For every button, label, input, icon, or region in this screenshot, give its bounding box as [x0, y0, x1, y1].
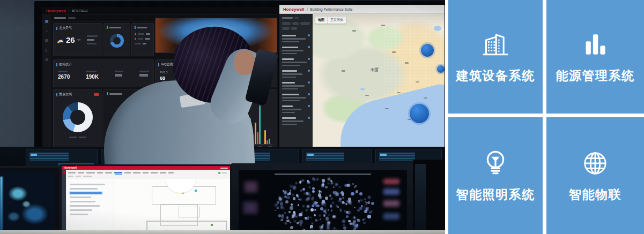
point-cloud-dot: [320, 218, 321, 220]
point-cloud-dot: [291, 203, 293, 206]
tile-smart-iot[interactable]: 智能物联: [546, 117, 644, 234]
point-cloud-dot: [309, 186, 310, 188]
point-cloud-dot: [324, 204, 326, 206]
site-count-badge: [308, 81, 310, 84]
card-title-skeleton: [132, 24, 153, 29]
desk-monitor-left: [0, 166, 61, 234]
tree-row-skeleton: [70, 188, 98, 190]
menu-icon: ▦: [45, 19, 49, 23]
panel-smudge: [383, 188, 399, 195]
map-cluster-marker: [410, 104, 429, 123]
screen-glow: [0, 177, 3, 230]
gear-icon: ⚙: [45, 58, 48, 62]
site-address-skeleton: [282, 109, 301, 110]
app-tab-skeleton: [124, 172, 131, 173]
tile-smart-lighting[interactable]: 智能照明系统: [448, 117, 543, 234]
cloud-icon: ☁: [57, 36, 64, 43]
site-address-skeleton: [282, 50, 304, 51]
point-cloud-dot: [339, 208, 342, 210]
point-cloud-dot: [354, 225, 358, 229]
point-cloud-dot: [360, 199, 362, 201]
site-address-skeleton: [282, 77, 296, 78]
site-title-row: [282, 34, 310, 36]
screen-sliver: [415, 164, 426, 234]
stat-skeleton: [87, 43, 97, 44]
point-cloud-dot: [331, 198, 333, 200]
site-title-row: [282, 93, 310, 95]
filter-chip: [300, 22, 310, 25]
point-cloud-dot: [325, 209, 327, 211]
point-cloud-dot: [343, 227, 346, 230]
title-tick: [56, 63, 57, 66]
tree-row-skeleton: [70, 209, 92, 211]
dashboard-header: Honeywell BPS RD10: [42, 7, 278, 15]
app-status: [218, 172, 227, 174]
city-label: [385, 108, 389, 110]
app-tree-panel: [67, 179, 114, 234]
filter-chip: [282, 22, 291, 25]
stat-skeleton: [87, 35, 98, 37]
weather-side-stats: [87, 35, 99, 44]
point-cloud-dot: [307, 205, 309, 208]
point-cloud-dot: [312, 187, 315, 190]
point-cloud-dot: [314, 209, 316, 211]
label-skeleton: [115, 71, 123, 72]
title-tick: [158, 63, 159, 66]
key-space-title-text: 重点空间: [59, 92, 72, 97]
point-cloud-dot: [298, 204, 299, 206]
point-cloud-dot: [312, 197, 314, 199]
iaq-label: PM2.5: [160, 71, 167, 74]
tree-row-skeleton: [70, 197, 91, 198]
energy-value: 2670: [58, 74, 70, 80]
site-address-skeleton: [282, 100, 300, 102]
site-title-skeleton: [282, 117, 296, 119]
china-map: 中国 地图 卫星图像: [313, 14, 445, 148]
bar: [257, 132, 258, 144]
point-cloud-dot: [299, 213, 302, 217]
point-cloud-dot: [280, 202, 283, 205]
iaq-metric: PM2.568: [160, 71, 167, 81]
point-cloud-dot: [349, 181, 350, 183]
app-tab-skeleton: [133, 172, 140, 173]
point-cloud-dot: [300, 190, 302, 191]
title-tick: [107, 92, 108, 95]
site-address-skeleton: [282, 38, 306, 40]
point-cloud-dot: [359, 207, 362, 210]
point-cloud-dot: [293, 197, 296, 200]
city-label: [424, 97, 427, 99]
app-tab-skeleton: [143, 172, 149, 173]
energy-metric: 190K: [86, 71, 99, 80]
point-cloud-dot: [308, 182, 310, 184]
site-address-skeleton: [282, 53, 297, 55]
point-cloud-dot: [351, 192, 354, 195]
tile-label: 智能照明系统: [456, 186, 535, 203]
site-address-skeleton: [282, 85, 305, 87]
point-cloud-dot: [310, 208, 314, 212]
tree-row-skeleton: [70, 184, 105, 185]
point-cloud-dot: [367, 215, 371, 218]
map-cluster-marker: [437, 65, 445, 73]
point-cloud-dot: [316, 202, 318, 203]
app-tab-skeleton: [78, 172, 84, 173]
lake: [360, 88, 365, 90]
point-cloud-dot: [295, 182, 297, 184]
city-label: [408, 119, 411, 120]
point-cloud-dot: [281, 196, 283, 198]
site-count-badge: [308, 34, 310, 36]
map-cluster-marker: [421, 44, 434, 57]
alert-card: [131, 23, 154, 56]
point-cloud-dot: [342, 193, 344, 196]
label-skeleton: [58, 71, 68, 72]
title-tick: [107, 26, 108, 29]
point-cloud-dot: [339, 186, 340, 188]
control-room-photo: Honeywell BPS RD10 ▦ ⌂ ▤ ◫ ⚙ 北京天气: [0, 0, 445, 234]
temperature-value: 26: [66, 35, 75, 44]
alert-badge: [94, 93, 99, 96]
point-cloud-dot: [353, 216, 356, 219]
tile-energy-management[interactable]: 能源管理系统: [546, 0, 644, 114]
point-cloud-dot: [371, 202, 374, 205]
tile-building-systems[interactable]: 建筑设备系统: [448, 0, 543, 114]
point-cloud-dot: [352, 183, 354, 185]
title-tick: [135, 26, 136, 29]
sea-inlet: [434, 26, 441, 31]
